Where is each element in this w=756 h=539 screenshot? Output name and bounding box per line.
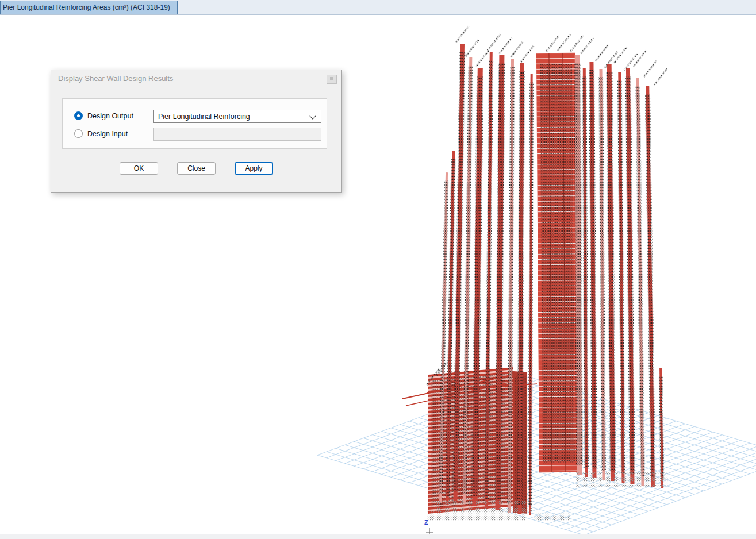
status-bar bbox=[0, 534, 756, 539]
tab-label: Pier Longitudinal Reinforcing Areas (cm²… bbox=[3, 3, 170, 11]
chevron-down-icon bbox=[309, 113, 316, 119]
design-input-radio[interactable]: Design Input bbox=[74, 129, 128, 138]
dialog-window-button[interactable] bbox=[327, 75, 337, 84]
design-input-combobox bbox=[153, 128, 321, 141]
design-results-panel: Design Output Pier Longitudinal Reinforc… bbox=[62, 98, 327, 149]
view-tab-bar: Pier Longitudinal Reinforcing Areas (cm²… bbox=[0, 0, 756, 15]
design-output-radio[interactable]: Design Output bbox=[74, 111, 133, 120]
radio-checked-icon bbox=[74, 111, 83, 120]
design-output-label: Design Output bbox=[87, 112, 133, 120]
apply-button[interactable]: Apply bbox=[235, 162, 273, 175]
design-output-combobox[interactable]: Pier Longitudinal Reinforcing bbox=[153, 110, 321, 123]
design-input-label: Design Input bbox=[87, 130, 128, 138]
close-button[interactable]: Close bbox=[177, 162, 216, 175]
ok-button[interactable]: OK bbox=[120, 162, 158, 175]
dialog-title: Display Shear Wall Design Results bbox=[58, 74, 173, 83]
dialog-button-row: OK Close Apply bbox=[51, 162, 341, 175]
display-shear-wall-design-results-dialog: Display Shear Wall Design Results Design… bbox=[51, 70, 342, 192]
radio-unchecked-icon bbox=[74, 129, 83, 138]
z-axis-label: Z bbox=[424, 519, 428, 526]
tab-pier-longitudinal-reinforcing[interactable]: Pier Longitudinal Reinforcing Areas (cm²… bbox=[0, 1, 178, 14]
design-output-value: Pier Longitudinal Reinforcing bbox=[158, 113, 250, 121]
